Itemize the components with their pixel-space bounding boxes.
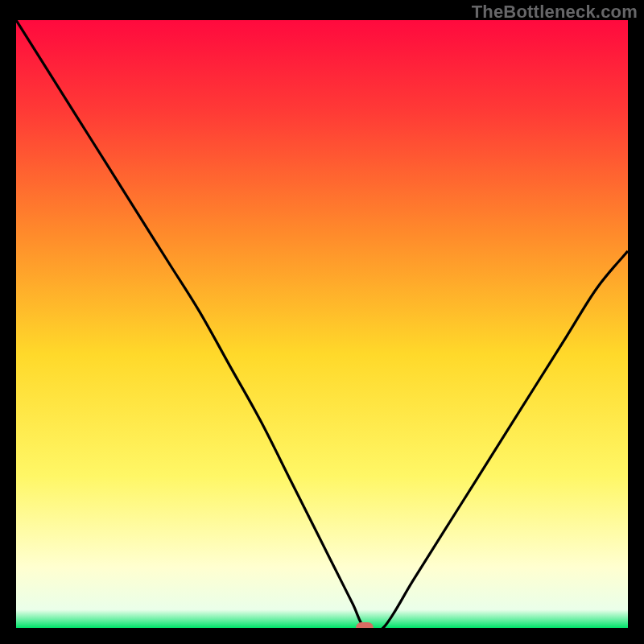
plot-area xyxy=(16,20,628,628)
bottleneck-curve-path xyxy=(16,20,628,628)
optimal-point-marker xyxy=(356,622,374,628)
chart-frame: TheBottleneck.com xyxy=(0,0,644,644)
bottleneck-curve-svg xyxy=(16,20,628,628)
watermark-text: TheBottleneck.com xyxy=(472,2,638,23)
